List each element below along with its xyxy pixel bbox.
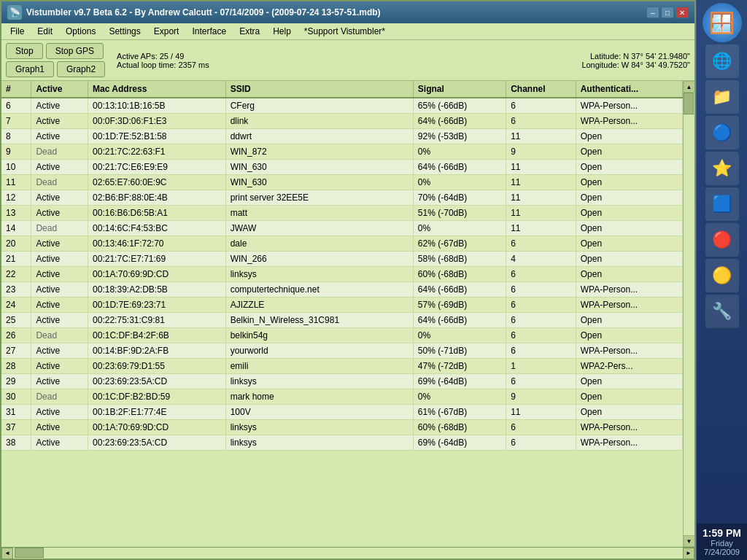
stop-button[interactable]: Stop	[6, 43, 43, 59]
menu-support[interactable]: *Support Vistumbler*	[298, 25, 391, 38]
scroll-up-arrow[interactable]: ▲	[684, 81, 695, 93]
start-orb[interactable]: 🪟	[703, 3, 742, 42]
table-cell: Dead	[31, 175, 88, 190]
table-row[interactable]: 27Active00:14:BF:9D:2A:FByourworld50% (-…	[1, 343, 683, 359]
table-row[interactable]: 22Active00:1A:70:69:9D:CDlinksys60% (-68…	[1, 267, 683, 282]
menu-file[interactable]: File	[4, 25, 30, 38]
table-cell: 6	[506, 267, 576, 282]
graph2-button[interactable]: Graph2	[57, 61, 105, 77]
table-cell: 00:14:6C:F4:53:BC	[88, 221, 226, 236]
table-cell: 47% (-72dB)	[413, 359, 506, 374]
table-row[interactable]: 11Dead02:65:E7:60:0E:9CWIN_6300%11Open	[1, 175, 683, 190]
taskbar-icon-2[interactable]: 📁	[705, 80, 739, 114]
table-cell: 11	[506, 190, 576, 206]
table-cell: 11	[1, 175, 31, 190]
table-cell: 00:1D:7E:69:23:71	[88, 298, 226, 313]
longitude: Longitude: W 84° 34' 49.7520"	[581, 61, 690, 69]
table-cell: 70% (-64dB)	[413, 190, 506, 206]
table-cell: 00:18:39:A2:DB:5B	[88, 282, 226, 298]
table-cell: 6	[506, 374, 576, 389]
menu-edit[interactable]: Edit	[31, 25, 58, 38]
table-cell: 64% (-66dB)	[413, 160, 506, 175]
menu-options[interactable]: Options	[60, 25, 101, 38]
table-cell: 64% (-66dB)	[413, 282, 506, 298]
table-row[interactable]: 31Active00:1B:2F:E1:77:4E100V61% (-67dB)…	[1, 405, 683, 420]
table-cell: 24	[1, 298, 31, 313]
table-cell: Active	[31, 160, 88, 175]
taskbar-icon-8[interactable]: 🔧	[705, 295, 739, 328]
table-cell: 31	[1, 405, 31, 420]
table-cell: 00:13:46:1F:72:70	[88, 236, 226, 252]
table-row[interactable]: 9Dead00:21:7C:22:63:F1WIN_8720%9Open	[1, 144, 683, 160]
table-cell: 00:13:10:1B:16:5B	[88, 98, 226, 114]
table-row[interactable]: 10Active00:21:7C:E6:E9:E9WIN_63064% (-66…	[1, 160, 683, 175]
table-cell: 62% (-67dB)	[413, 236, 506, 252]
scroll-thumb-h[interactable]	[15, 548, 44, 558]
table-row[interactable]: 14Dead00:14:6C:F4:53:BCJWAW0%11Open	[1, 221, 683, 236]
table-cell: 0%	[413, 144, 506, 160]
scroll-thumb[interactable]	[684, 93, 694, 114]
table-row[interactable]: 37Active00:1A:70:69:9D:CDlinksys60% (-68…	[1, 420, 683, 435]
table-row[interactable]: 20Active00:13:46:1F:72:70dale62% (-67dB)…	[1, 236, 683, 252]
latitude: Latitude: N 37° 54' 21.9480"	[581, 52, 690, 61]
menu-export[interactable]: Export	[148, 25, 185, 38]
table-row[interactable]: 29Active00:23:69:23:5A:CDlinksys69% (-64…	[1, 374, 683, 389]
table-cell: Open	[576, 160, 682, 175]
access-points-table: # Active Mac Address SSID Signal Channel…	[1, 81, 683, 451]
table-cell: 11	[506, 129, 576, 144]
table-row[interactable]: 26Dead00:1C:DF:B4:2F:6Bbelkin54g0%6Open	[1, 328, 683, 343]
table-row[interactable]: 30Dead00:1C:DF:B2:BD:59mark home0%9Open	[1, 389, 683, 405]
table-cell: WIN_630	[225, 160, 413, 175]
table-row[interactable]: 25Active00:22:75:31:C9:81Belkin_N_Wirele…	[1, 313, 683, 328]
graph1-button[interactable]: Graph1	[6, 61, 54, 77]
minimize-button[interactable]: –	[646, 7, 659, 18]
table-row[interactable]: 23Active00:18:39:A2:DB:5Bcomputertechniq…	[1, 282, 683, 298]
table-row[interactable]: 8Active00:1D:7E:52:B1:58ddwrt92% (-53dB)…	[1, 129, 683, 144]
menu-extra[interactable]: Extra	[233, 25, 266, 38]
table-cell: 10	[1, 160, 31, 175]
scroll-right-arrow[interactable]: ►	[683, 548, 694, 559]
table-cell: 12	[1, 190, 31, 206]
table-cell: 00:1D:7E:52:B1:58	[88, 129, 226, 144]
taskbar-icon-1[interactable]: 🌐	[705, 44, 739, 78]
table-row[interactable]: 28Active00:23:69:79:D1:55emili47% (-72dB…	[1, 359, 683, 374]
scroll-left-arrow[interactable]: ◄	[1, 548, 13, 559]
stop-gps-button[interactable]: Stop GPS	[46, 43, 104, 59]
table-cell: Open	[576, 313, 682, 328]
table-cell: 02:B6:BF:88:0E:4B	[88, 190, 226, 206]
table-cell: 51% (-70dB)	[413, 206, 506, 221]
taskbar-icon-3[interactable]: 🔵	[705, 116, 739, 149]
table-row[interactable]: 38Active00:23:69:23:5A:CDlinksys69% (-64…	[1, 435, 683, 451]
table-row[interactable]: 13Active00:16:B6:D6:5B:A1matt51% (-70dB)…	[1, 206, 683, 221]
table-cell: 9	[506, 144, 576, 160]
table-container[interactable]: # Active Mac Address SSID Signal Channel…	[1, 81, 683, 547]
menu-settings[interactable]: Settings	[103, 25, 146, 38]
maximize-button[interactable]: □	[661, 7, 674, 18]
scroll-down-arrow[interactable]: ▼	[684, 535, 695, 547]
taskbar-icon-7[interactable]: 🟡	[705, 259, 739, 292]
taskbar-icon-6[interactable]: 🔴	[705, 223, 739, 257]
table-row[interactable]: 21Active00:21:7C:E7:71:69WIN_26658% (-68…	[1, 252, 683, 267]
table-cell: WPA-Person...	[576, 435, 682, 451]
vertical-scrollbar[interactable]: ▲ ▼	[683, 81, 694, 547]
table-row[interactable]: 7Active00:0F:3D:06:F1:E3dlink64% (-66dB)…	[1, 114, 683, 129]
table-cell: 100V	[225, 405, 413, 420]
table-cell: 27	[1, 343, 31, 359]
table-row[interactable]: 24Active00:1D:7E:69:23:71AJIZZLE57% (-69…	[1, 298, 683, 313]
menu-help[interactable]: Help	[267, 25, 297, 38]
taskbar-icon-4[interactable]: ⭐	[705, 152, 739, 185]
table-row[interactable]: 6Active00:13:10:1B:16:5BCFerg65% (-66dB)…	[1, 98, 683, 114]
table-cell: 0%	[413, 328, 506, 343]
table-cell: 20	[1, 236, 31, 252]
table-cell: Open	[576, 144, 682, 160]
menu-interface[interactable]: Interface	[186, 25, 232, 38]
horizontal-scrollbar[interactable]: ◄ ►	[1, 547, 694, 559]
table-cell: Active	[31, 359, 88, 374]
table-cell: 23	[1, 282, 31, 298]
table-cell: 4	[506, 252, 576, 267]
close-button[interactable]: ✕	[676, 7, 689, 18]
table-row[interactable]: 12Active02:B6:BF:88:0E:4Bprint server 32…	[1, 190, 683, 206]
taskbar-icon-5[interactable]: 🟦	[705, 187, 739, 221]
app-icon: 📡	[7, 5, 22, 20]
table-cell: 00:1A:70:69:9D:CD	[88, 420, 226, 435]
